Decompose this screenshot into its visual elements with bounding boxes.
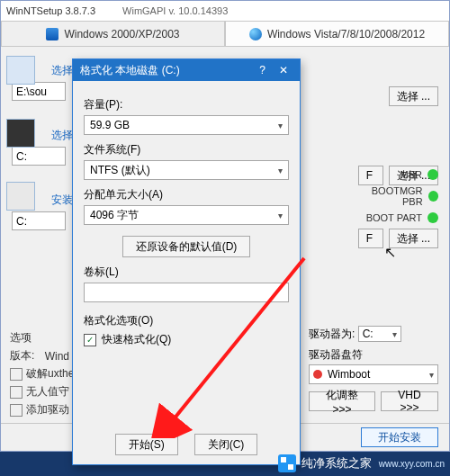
bootdrive-input[interactable] bbox=[12, 147, 66, 166]
wimboot-select[interactable]: Wimboot ▾ bbox=[309, 364, 438, 384]
tab-modern-label: Windows Vista/7/8/10/2008/2012 bbox=[267, 28, 425, 40]
capacity-value: 59.9 GB bbox=[90, 119, 130, 131]
filesystem-label: 文件系统(F) bbox=[84, 142, 289, 157]
installdrive-f-button[interactable]: F bbox=[358, 229, 383, 248]
drive-as-select[interactable]: C:▾ bbox=[358, 326, 401, 342]
crack-checkbox[interactable] bbox=[10, 368, 22, 381]
format-dialog: 格式化 本地磁盘 (C:) ? ✕ 容量(P): 59.9 GB ▾ 文件系统(… bbox=[72, 58, 301, 465]
source-path-input[interactable] bbox=[12, 82, 66, 101]
window-title: WinNTSetup 3.8.7.3 bbox=[6, 5, 95, 16]
disk-as-label: 驱动器盘符 bbox=[309, 347, 438, 363]
adddrv-checkbox[interactable] bbox=[10, 404, 22, 417]
restore-defaults-button[interactable]: 还原设备的默认值(D) bbox=[122, 236, 251, 257]
installdrive-browse-button[interactable]: 选择 ... bbox=[389, 229, 438, 248]
status-bootpart-dot bbox=[428, 212, 438, 223]
format-start-button[interactable]: 开始(S) bbox=[115, 434, 178, 455]
chevron-down-icon: ▾ bbox=[278, 166, 283, 175]
format-dialog-title: 格式化 本地磁盘 (C:) bbox=[80, 63, 180, 78]
install-icon bbox=[6, 182, 35, 211]
filesystem-select[interactable]: NTFS (默认) ▾ bbox=[84, 160, 289, 180]
adjust-button[interactable]: 化调整 >>> bbox=[309, 391, 375, 411]
status-mbr-label: MBR bbox=[400, 169, 422, 180]
status-panel: MBR BOOTMGR PBR BOOT PART bbox=[352, 164, 438, 229]
watermark-url: www.xyy.com.cn bbox=[379, 459, 445, 469]
capacity-select[interactable]: 59.9 GB ▾ bbox=[84, 115, 289, 135]
capacity-label: 容量(P): bbox=[84, 97, 289, 112]
volume-label-input[interactable] bbox=[84, 283, 289, 302]
source-browse-button[interactable]: 选择 ... bbox=[389, 86, 438, 106]
chevron-down-icon: ▾ bbox=[429, 370, 434, 380]
filesystem-value: NTFS (默认) bbox=[90, 163, 150, 178]
status-bootpart-label: BOOT PART bbox=[366, 212, 422, 223]
tab-bar: Windows 2000/XP/2003 Windows Vista/7/8/1… bbox=[1, 21, 449, 47]
tab-modern[interactable]: Windows Vista/7/8/10/2008/2012 bbox=[225, 21, 449, 46]
options-label: 选项 bbox=[10, 330, 32, 346]
tab-legacy-label: Windows 2000/XP/2003 bbox=[64, 28, 179, 40]
vhd-button[interactable]: VHD >>> bbox=[381, 391, 438, 411]
source-icon bbox=[6, 56, 35, 85]
windows-orb-icon bbox=[249, 28, 262, 40]
wimboot-dot-icon bbox=[313, 370, 322, 379]
unattend-checkbox[interactable] bbox=[10, 386, 22, 399]
boot-icon bbox=[6, 119, 35, 148]
installdrive-input[interactable] bbox=[12, 211, 66, 230]
options-panel: 选项 版本: Wind 破解uxthe 无人值守 添加驱动 bbox=[10, 328, 74, 420]
wimboot-label: Wimboot bbox=[328, 368, 370, 381]
allocation-label: 分配单元大小(A) bbox=[84, 187, 289, 202]
version-label: 版本: bbox=[10, 348, 34, 364]
help-icon[interactable]: ? bbox=[254, 64, 272, 76]
titlebar: WinNTSetup 3.8.7.3 WimGAPI v. 10.0.14393 bbox=[1, 1, 449, 21]
unattend-label: 无人值守 bbox=[26, 384, 69, 400]
quick-format-checkbox[interactable]: ✓ bbox=[84, 334, 96, 346]
chevron-down-icon: ▾ bbox=[392, 329, 397, 339]
chevron-down-icon: ▾ bbox=[278, 211, 283, 220]
quick-format-label: 快速格式化(Q) bbox=[102, 332, 171, 347]
start-install-button[interactable]: 开始安装 bbox=[361, 427, 438, 447]
tab-legacy[interactable]: Windows 2000/XP/2003 bbox=[1, 21, 225, 46]
close-icon[interactable]: ✕ bbox=[274, 64, 292, 76]
chevron-down-icon: ▾ bbox=[278, 121, 283, 130]
version-value: Wind bbox=[45, 350, 69, 363]
format-dialog-titlebar[interactable]: 格式化 本地磁盘 (C:) ? ✕ bbox=[73, 59, 300, 81]
crack-label: 破解uxthe bbox=[26, 366, 74, 382]
status-bootmgr-label: BOOTMGR PBR bbox=[352, 185, 423, 207]
status-bootmgr-dot bbox=[428, 191, 438, 202]
watermark-logo-icon bbox=[278, 454, 296, 472]
watermark: 纯净系统之家 www.xyy.com.cn bbox=[278, 454, 445, 472]
format-close-button[interactable]: 关闭(C) bbox=[194, 434, 258, 455]
adddrv-label: 添加驱动 bbox=[26, 402, 69, 418]
allocation-select[interactable]: 4096 字节 ▾ bbox=[84, 205, 289, 225]
allocation-value: 4096 字节 bbox=[90, 208, 139, 223]
window-subtitle: WimGAPI v. 10.0.14393 bbox=[122, 5, 228, 16]
windows-flag-icon bbox=[46, 28, 58, 40]
right-settings: 驱动器为: C:▾ 驱动器盘符 Wimboot ▾ 化调整 >>> VHD >>… bbox=[309, 326, 438, 411]
watermark-text: 纯净系统之家 bbox=[302, 455, 372, 472]
format-options-label: 格式化选项(O) bbox=[84, 313, 289, 328]
drive-as-label: 驱动器为: bbox=[309, 328, 355, 340]
status-mbr-dot bbox=[428, 169, 438, 180]
volume-label-label: 卷标(L) bbox=[84, 265, 289, 280]
